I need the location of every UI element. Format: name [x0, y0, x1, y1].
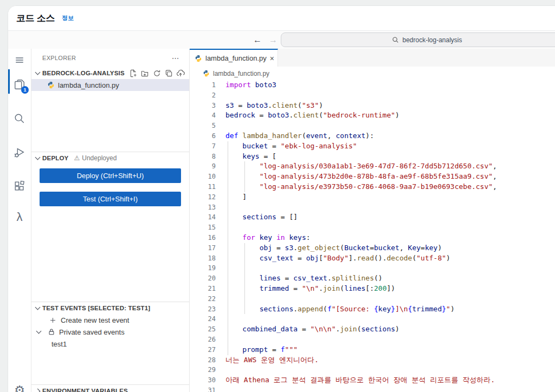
- more-actions-icon[interactable]: ⋯: [172, 54, 179, 62]
- search-icon: [392, 36, 399, 43]
- private-saved-events-group[interactable]: Private saved events: [31, 326, 189, 338]
- chevron-down-icon: [35, 305, 41, 310]
- code-line: 9 "log-analysis/030a1ab1-3e69-47d7-86f2-…: [190, 161, 555, 172]
- code-lines: 1import boto323s3 = boto3.client("s3")4b…: [190, 80, 555, 392]
- warning-icon: ⚠: [74, 154, 80, 162]
- code-line: 3s3 = boto3.client("s3"): [190, 101, 555, 111]
- code-line: 4bedrock = boto3.client("bedrock-runtime…: [190, 110, 555, 121]
- code-line: 12 ]: [190, 192, 555, 202]
- indent-guide: [228, 141, 228, 152]
- indent-guide: [228, 223, 228, 233]
- refresh-icon[interactable]: [152, 69, 161, 77]
- indent-guide: [228, 152, 228, 162]
- line-number: 19: [190, 263, 225, 273]
- code-editor[interactable]: 1import boto323s3 = boto3.client("s3")4b…: [190, 80, 555, 392]
- copy-icon[interactable]: [164, 69, 173, 77]
- indent-guide: [228, 335, 228, 345]
- line-number: 6: [190, 131, 225, 141]
- new-file-icon[interactable]: [128, 69, 137, 77]
- indent-guide: [228, 202, 228, 213]
- code-line: 22: [190, 294, 555, 304]
- code-line: 7 bucket = "ebk-log-analysis": [190, 141, 555, 152]
- explorer-badge: 1: [21, 86, 29, 94]
- chevron-down-icon: [35, 70, 41, 75]
- search-value: bedrock-log-analysis: [402, 36, 462, 44]
- code-line: 21 trimmed = "\n".join(lines[:200]): [190, 284, 555, 294]
- menu-icon[interactable]: [12, 53, 27, 68]
- tab-lambda-function[interactable]: lambda_function.py ×: [190, 49, 278, 67]
- code-line: 11 "log-analysis/e3973b50-c786-4068-9aa7…: [190, 182, 555, 192]
- breadcrumb[interactable]: lambda_function.py: [190, 67, 555, 80]
- code-line: 25 combined_data = "\n\n".join(sections): [190, 324, 555, 335]
- line-number: 30: [190, 375, 225, 386]
- indent-guide: [228, 233, 228, 243]
- code-line: 14 sections = []: [190, 212, 555, 223]
- code-line: 29: [190, 365, 555, 375]
- project-name: BEDROCK-LOG-ANALYSIS: [42, 70, 125, 76]
- deploy-status: ⚠ Undeployed: [74, 154, 117, 162]
- sidebar-title: EXPLORER ⋯: [31, 49, 189, 67]
- function-search-input[interactable]: bedrock-log-analysis: [281, 32, 555, 47]
- code-line: 17 obj = s3.get_object(Bucket=bucket, Ke…: [190, 243, 555, 253]
- indent-guide: [244, 161, 245, 172]
- line-number: 23: [190, 304, 225, 315]
- line-number: 26: [190, 335, 225, 345]
- card-header: 코드 소스 정보: [8, 6, 555, 31]
- test-event-item[interactable]: test1: [31, 338, 189, 350]
- environment-variables-section-header[interactable]: ENVIRONMENT VARIABLES: [31, 385, 189, 392]
- code-line: 2: [190, 90, 555, 101]
- forward-arrow-icon: →: [269, 35, 278, 45]
- cloud-upload-icon[interactable]: [176, 69, 185, 77]
- file-name: lambda_function.py: [58, 81, 119, 89]
- line-number: 13: [190, 202, 225, 213]
- active-view-indicator: [8, 69, 10, 94]
- indent-guide: [228, 284, 228, 294]
- line-number: 8: [190, 152, 225, 162]
- line-number: 18: [190, 253, 225, 264]
- project-tree-header[interactable]: BEDROCK-LOG-ANALYSIS: [31, 67, 189, 79]
- info-link[interactable]: 정보: [62, 14, 74, 22]
- code-line: 5: [190, 121, 555, 131]
- indent-guide: [228, 273, 228, 284]
- code-line: 31: [190, 386, 555, 392]
- test-button[interactable]: Test (Ctrl+Shift+I): [40, 192, 181, 206]
- deploy-button[interactable]: Deploy (Ctrl+Shift+U): [40, 168, 181, 183]
- indent-guide: [228, 324, 228, 335]
- extensions-icon[interactable]: [12, 179, 27, 194]
- indent-guide: [228, 182, 228, 192]
- back-arrow-icon[interactable]: ←: [253, 35, 262, 45]
- create-test-event-item[interactable]: Create new test event: [31, 314, 189, 326]
- tab-label: lambda_function.py: [205, 54, 267, 62]
- files-explorer-icon[interactable]: 1: [12, 77, 27, 92]
- test-events-section-header[interactable]: TEST EVENTS [SELECTED: TEST1]: [31, 302, 189, 314]
- search-view-icon[interactable]: [12, 111, 27, 126]
- indent-guide: [244, 243, 245, 253]
- file-item-lambda-function[interactable]: lambda_function.py: [31, 79, 189, 91]
- line-number: 15: [190, 223, 225, 233]
- line-number: 16: [190, 233, 225, 243]
- code-line: 28너는 AWS 운영 엔지니어다.: [190, 355, 555, 365]
- gear-icon[interactable]: ⚙: [12, 383, 27, 392]
- run-debug-icon[interactable]: [12, 145, 27, 160]
- line-number: 5: [190, 121, 225, 131]
- code-line: 26: [190, 335, 555, 345]
- code-line: 24: [190, 314, 555, 324]
- close-icon[interactable]: ×: [270, 54, 274, 63]
- deploy-title: DEPLOY: [42, 155, 69, 161]
- line-number: 14: [190, 212, 225, 223]
- code-line: 1import boto3: [190, 80, 555, 90]
- indent-guide: [244, 273, 245, 284]
- lambda-icon[interactable]: λ: [12, 210, 27, 225]
- indent-guide: [228, 192, 228, 202]
- explorer-sidebar: EXPLORER ⋯ BEDROCK-LOG-ANALYSIS: [31, 49, 190, 392]
- new-folder-icon[interactable]: [140, 69, 149, 77]
- indent-guide: [244, 294, 245, 304]
- line-number: 10: [190, 172, 225, 182]
- indent-guide: [244, 263, 245, 273]
- code-line: 8 keys = [: [190, 152, 555, 162]
- indent-guide: [244, 182, 245, 192]
- code-line: 23 sections.append(f"[Source: {key}]\n{t…: [190, 304, 555, 315]
- indent-guide: [228, 161, 228, 172]
- deploy-section-header[interactable]: DEPLOY ⚠ Undeployed: [31, 152, 189, 164]
- indent-guide: [228, 345, 228, 355]
